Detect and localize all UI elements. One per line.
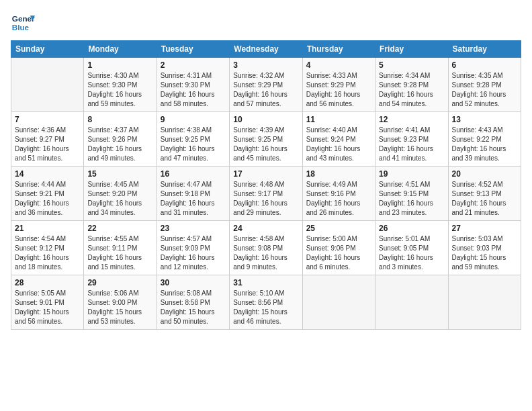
day-content: Sunrise: 5:08 AM Sunset: 8:58 PM Dayligh… (161, 289, 226, 326)
day-content: Sunrise: 5:06 AM Sunset: 9:00 PM Dayligh… (87, 289, 152, 326)
day-number: 11 (306, 115, 371, 124)
day-number: 16 (161, 169, 226, 179)
day-content: Sunrise: 4:39 AM Sunset: 9:25 PM Dayligh… (233, 126, 298, 163)
calendar-cell: 9Sunrise: 4:38 AM Sunset: 9:25 PM Daylig… (157, 112, 229, 167)
day-content: Sunrise: 4:37 AM Sunset: 9:26 PM Dayligh… (87, 126, 152, 163)
calendar-cell: 5Sunrise: 4:34 AM Sunset: 9:28 PM Daylig… (375, 58, 448, 112)
calendar-cell (11, 58, 84, 112)
calendar-cell: 24Sunrise: 4:58 AM Sunset: 9:08 PM Dayli… (230, 221, 302, 275)
page-header: General Blue (11, 11, 521, 35)
calendar-cell (448, 275, 521, 330)
col-header-thursday: Thursday (302, 41, 375, 58)
calendar-cell: 14Sunrise: 4:44 AM Sunset: 9:21 PM Dayli… (11, 167, 84, 221)
day-content: Sunrise: 4:30 AM Sunset: 9:30 PM Dayligh… (87, 71, 152, 109)
calendar-week-row: 28Sunrise: 5:05 AM Sunset: 9:01 PM Dayli… (11, 275, 521, 330)
calendar-cell: 13Sunrise: 4:43 AM Sunset: 9:22 PM Dayli… (448, 112, 521, 167)
calendar-week-row: 7Sunrise: 4:36 AM Sunset: 9:27 PM Daylig… (11, 112, 521, 167)
day-content: Sunrise: 4:47 AM Sunset: 9:18 PM Dayligh… (161, 180, 226, 218)
calendar-cell (375, 275, 448, 330)
day-number: 9 (161, 115, 226, 124)
calendar-cell (302, 275, 375, 330)
day-content: Sunrise: 4:38 AM Sunset: 9:25 PM Dayligh… (161, 126, 226, 163)
day-number: 25 (306, 224, 371, 233)
day-number: 5 (379, 60, 444, 70)
day-content: Sunrise: 4:45 AM Sunset: 9:20 PM Dayligh… (87, 180, 152, 218)
day-number: 24 (233, 224, 298, 233)
calendar-cell: 10Sunrise: 4:39 AM Sunset: 9:25 PM Dayli… (230, 112, 302, 167)
day-content: Sunrise: 4:48 AM Sunset: 9:17 PM Dayligh… (233, 180, 298, 218)
calendar-cell: 29Sunrise: 5:06 AM Sunset: 9:00 PM Dayli… (84, 275, 157, 330)
day-number: 1 (87, 60, 152, 70)
day-number: 21 (15, 224, 80, 233)
day-number: 10 (233, 115, 298, 124)
calendar-cell: 16Sunrise: 4:47 AM Sunset: 9:18 PM Dayli… (157, 167, 229, 221)
day-number: 13 (452, 115, 517, 124)
calendar-table: SundayMondayTuesdayWednesdayThursdayFrid… (11, 40, 521, 330)
day-number: 22 (87, 224, 152, 233)
day-number: 4 (306, 60, 371, 70)
calendar-cell: 25Sunrise: 5:00 AM Sunset: 9:06 PM Dayli… (302, 221, 375, 275)
calendar-cell: 18Sunrise: 4:49 AM Sunset: 9:16 PM Dayli… (302, 167, 375, 221)
logo-icon: General Blue (11, 11, 35, 35)
col-header-sunday: Sunday (11, 41, 84, 58)
day-content: Sunrise: 5:00 AM Sunset: 9:06 PM Dayligh… (306, 234, 371, 272)
day-content: Sunrise: 5:05 AM Sunset: 9:01 PM Dayligh… (15, 289, 80, 326)
calendar-cell: 19Sunrise: 4:51 AM Sunset: 9:15 PM Dayli… (375, 167, 448, 221)
day-number: 12 (379, 115, 444, 124)
calendar-cell: 22Sunrise: 4:55 AM Sunset: 9:11 PM Dayli… (84, 221, 157, 275)
day-number: 30 (161, 278, 226, 287)
calendar-cell: 23Sunrise: 4:57 AM Sunset: 9:09 PM Dayli… (157, 221, 229, 275)
day-content: Sunrise: 4:57 AM Sunset: 9:09 PM Dayligh… (161, 234, 226, 272)
day-number: 27 (452, 224, 517, 233)
calendar-cell: 6Sunrise: 4:35 AM Sunset: 9:28 PM Daylig… (448, 58, 521, 112)
day-content: Sunrise: 4:43 AM Sunset: 9:22 PM Dayligh… (452, 126, 517, 163)
day-content: Sunrise: 4:31 AM Sunset: 9:30 PM Dayligh… (161, 71, 226, 109)
day-content: Sunrise: 4:33 AM Sunset: 9:29 PM Dayligh… (306, 71, 371, 109)
day-content: Sunrise: 5:10 AM Sunset: 8:56 PM Dayligh… (233, 289, 298, 326)
day-number: 17 (233, 169, 298, 179)
calendar-cell: 21Sunrise: 4:54 AM Sunset: 9:12 PM Dayli… (11, 221, 84, 275)
calendar-cell: 15Sunrise: 4:45 AM Sunset: 9:20 PM Dayli… (84, 167, 157, 221)
day-content: Sunrise: 4:55 AM Sunset: 9:11 PM Dayligh… (87, 234, 152, 272)
svg-text:Blue: Blue (12, 23, 30, 32)
day-content: Sunrise: 4:34 AM Sunset: 9:28 PM Dayligh… (379, 71, 444, 109)
day-content: Sunrise: 4:52 AM Sunset: 9:13 PM Dayligh… (452, 180, 517, 218)
calendar-cell: 1Sunrise: 4:30 AM Sunset: 9:30 PM Daylig… (84, 58, 157, 112)
day-number: 20 (452, 169, 517, 179)
calendar-header-row: SundayMondayTuesdayWednesdayThursdayFrid… (11, 41, 521, 58)
day-content: Sunrise: 4:49 AM Sunset: 9:16 PM Dayligh… (306, 180, 371, 218)
col-header-monday: Monday (84, 41, 157, 58)
day-number: 23 (161, 224, 226, 233)
day-number: 7 (15, 115, 80, 124)
day-content: Sunrise: 4:54 AM Sunset: 9:12 PM Dayligh… (15, 234, 80, 272)
calendar-cell: 17Sunrise: 4:48 AM Sunset: 9:17 PM Dayli… (230, 167, 302, 221)
calendar-cell: 7Sunrise: 4:36 AM Sunset: 9:27 PM Daylig… (11, 112, 84, 167)
day-number: 31 (233, 278, 298, 287)
day-number: 3 (233, 60, 298, 70)
calendar-cell: 11Sunrise: 4:40 AM Sunset: 9:24 PM Dayli… (302, 112, 375, 167)
day-number: 14 (15, 169, 80, 179)
calendar-cell: 4Sunrise: 4:33 AM Sunset: 9:29 PM Daylig… (302, 58, 375, 112)
calendar-cell: 26Sunrise: 5:01 AM Sunset: 9:05 PM Dayli… (375, 221, 448, 275)
day-number: 8 (87, 115, 152, 124)
calendar-cell: 20Sunrise: 4:52 AM Sunset: 9:13 PM Dayli… (448, 167, 521, 221)
logo: General Blue (11, 11, 35, 35)
day-content: Sunrise: 4:58 AM Sunset: 9:08 PM Dayligh… (233, 234, 298, 272)
col-header-tuesday: Tuesday (157, 41, 229, 58)
day-content: Sunrise: 5:01 AM Sunset: 9:05 PM Dayligh… (379, 234, 444, 272)
day-content: Sunrise: 4:41 AM Sunset: 9:23 PM Dayligh… (379, 126, 444, 163)
calendar-cell: 31Sunrise: 5:10 AM Sunset: 8:56 PM Dayli… (230, 275, 302, 330)
calendar-cell: 2Sunrise: 4:31 AM Sunset: 9:30 PM Daylig… (157, 58, 229, 112)
day-content: Sunrise: 4:35 AM Sunset: 9:28 PM Dayligh… (452, 71, 517, 109)
calendar-week-row: 14Sunrise: 4:44 AM Sunset: 9:21 PM Dayli… (11, 167, 521, 221)
col-header-friday: Friday (375, 41, 448, 58)
calendar-cell: 8Sunrise: 4:37 AM Sunset: 9:26 PM Daylig… (84, 112, 157, 167)
calendar-week-row: 1Sunrise: 4:30 AM Sunset: 9:30 PM Daylig… (11, 58, 521, 112)
col-header-saturday: Saturday (448, 41, 521, 58)
day-number: 19 (379, 169, 444, 179)
day-content: Sunrise: 4:40 AM Sunset: 9:24 PM Dayligh… (306, 126, 371, 163)
day-number: 6 (452, 60, 517, 70)
calendar-cell: 30Sunrise: 5:08 AM Sunset: 8:58 PM Dayli… (157, 275, 229, 330)
day-content: Sunrise: 4:44 AM Sunset: 9:21 PM Dayligh… (15, 180, 80, 218)
calendar-cell: 3Sunrise: 4:32 AM Sunset: 9:29 PM Daylig… (230, 58, 302, 112)
